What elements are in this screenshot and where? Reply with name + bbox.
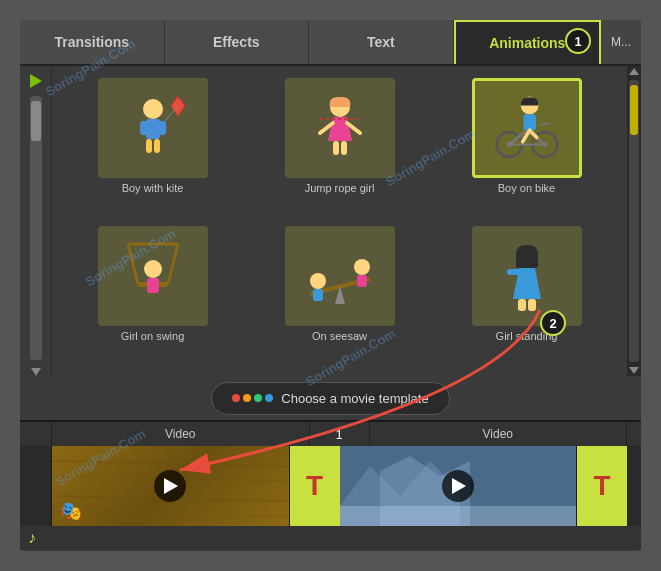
timeline-bottom: ♪ <box>20 526 641 550</box>
anim-label-seesaw: On seesaw <box>312 330 367 342</box>
video-play-1[interactable] <box>154 470 186 502</box>
anim-label-jump-rope: Jump rope girl <box>305 182 375 194</box>
tab-more[interactable]: M... <box>601 20 641 64</box>
svg-point-37 <box>354 259 370 275</box>
anim-thumbnail-girl-standing <box>472 226 582 326</box>
svg-rect-36 <box>313 289 323 301</box>
svg-rect-1 <box>146 119 160 139</box>
anim-item-boy-bike[interactable]: Boy on bike <box>438 78 615 216</box>
anim-label-boy-kite: Boy with kite <box>122 182 184 194</box>
anim-label-boy-bike: Boy on bike <box>498 182 555 194</box>
anim-label-girl-swing: Girl on swing <box>121 330 185 342</box>
transition-t-block[interactable]: T <box>290 446 340 526</box>
jump-rope-illustration <box>300 91 380 166</box>
svg-rect-38 <box>357 275 367 287</box>
svg-marker-9 <box>328 117 352 141</box>
left-sidebar <box>20 66 52 376</box>
svg-line-47 <box>52 511 289 516</box>
dots-icon <box>232 394 273 402</box>
svg-point-0 <box>143 99 163 119</box>
timeline-left-spacer <box>20 422 52 446</box>
template-bar: Choose a movie template <box>20 376 641 420</box>
badge-1: 1 <box>565 28 591 54</box>
timeline-track-2[interactable] <box>340 446 578 526</box>
svg-rect-42 <box>518 299 526 311</box>
vertical-scroll[interactable] <box>30 96 42 360</box>
svg-line-27 <box>128 244 138 284</box>
anim-thumbnail-boy-kite <box>98 78 208 178</box>
anim-thumbnail-boy-bike <box>472 78 582 178</box>
anim-thumbnail-jump-rope <box>285 78 395 178</box>
anim-thumbnail-seesaw <box>285 226 395 326</box>
anim-item-seesaw[interactable]: On seesaw <box>251 226 428 364</box>
anim-item-jump-rope[interactable]: Jump rope girl <box>251 78 428 216</box>
timeline-video2-header: Video <box>370 422 628 446</box>
girl-standing-illustration <box>487 239 567 314</box>
timeline-header: Video 1 Video <box>20 422 641 446</box>
right-scroll-track <box>629 80 639 362</box>
timeline-content: 🎭 T <box>20 446 641 526</box>
dot-green <box>254 394 262 402</box>
scroll-up-arrow[interactable] <box>629 68 639 75</box>
boy-kite-illustration <box>113 91 193 166</box>
scroll-thumb <box>31 101 41 141</box>
svg-rect-4 <box>146 139 152 153</box>
timeline-video1-header: Video <box>52 422 310 446</box>
scroll-down-arrow[interactable] <box>31 368 41 376</box>
timeline-area: Video 1 Video <box>20 420 641 550</box>
transition-t-right[interactable]: T <box>577 446 627 526</box>
svg-rect-2 <box>140 121 148 135</box>
timeline-number: 1 <box>310 422 370 446</box>
svg-line-44 <box>52 461 289 466</box>
play-triangle-2 <box>452 478 466 494</box>
svg-rect-32 <box>147 278 159 293</box>
badge-2: 2 <box>540 310 566 336</box>
seesaw-illustration <box>300 239 380 314</box>
dot-blue <box>265 394 273 402</box>
girl-swing-illustration <box>113 239 193 314</box>
svg-rect-5 <box>154 139 160 153</box>
transition-t-icon: T <box>306 470 323 502</box>
tab-bar: Transitions Effects Text Animations M... <box>20 20 641 66</box>
tab-text[interactable]: Text <box>309 20 454 64</box>
svg-rect-16 <box>523 114 535 130</box>
svg-rect-51 <box>340 506 577 526</box>
svg-rect-43 <box>528 299 536 311</box>
svg-line-26 <box>529 130 536 137</box>
t-right-icon: T <box>593 470 610 502</box>
svg-rect-13 <box>333 141 339 155</box>
tab-transitions[interactable]: Transitions <box>20 20 165 64</box>
svg-line-24 <box>540 123 549 125</box>
choose-template-button[interactable]: Choose a movie template <box>211 382 449 415</box>
anim-item-boy-kite[interactable]: Boy with kite <box>64 78 241 216</box>
timeline-right-padding <box>627 446 641 526</box>
music-note-icon: ♪ <box>28 529 36 547</box>
right-scrollbar[interactable] <box>627 66 641 376</box>
anim-thumbnail-girl-swing <box>98 226 208 326</box>
dot-orange <box>243 394 251 402</box>
timeline-right-spacer <box>627 422 641 446</box>
anim-item-girl-swing[interactable]: Girl on swing <box>64 226 241 364</box>
video-play-2[interactable] <box>442 470 474 502</box>
tab-effects[interactable]: Effects <box>165 20 310 64</box>
dot-red <box>232 394 240 402</box>
svg-rect-14 <box>341 141 347 155</box>
right-scroll-thumb <box>630 85 638 135</box>
timeline-content-spacer <box>20 446 52 526</box>
scroll-down-btn[interactable] <box>629 367 639 374</box>
jester-badge: 🎭 <box>60 500 82 522</box>
play-button[interactable] <box>30 74 42 88</box>
timeline-track-1[interactable]: 🎭 <box>52 446 290 526</box>
svg-rect-41 <box>507 269 521 275</box>
svg-line-28 <box>168 244 178 284</box>
svg-rect-3 <box>158 121 166 135</box>
svg-point-35 <box>310 273 326 289</box>
svg-point-31 <box>144 260 162 278</box>
boy-bike-illustration <box>487 91 567 166</box>
anim-item-girl-standing[interactable]: Girl standing <box>438 226 615 364</box>
template-button-label: Choose a movie template <box>281 391 428 406</box>
play-triangle-1 <box>164 478 178 494</box>
